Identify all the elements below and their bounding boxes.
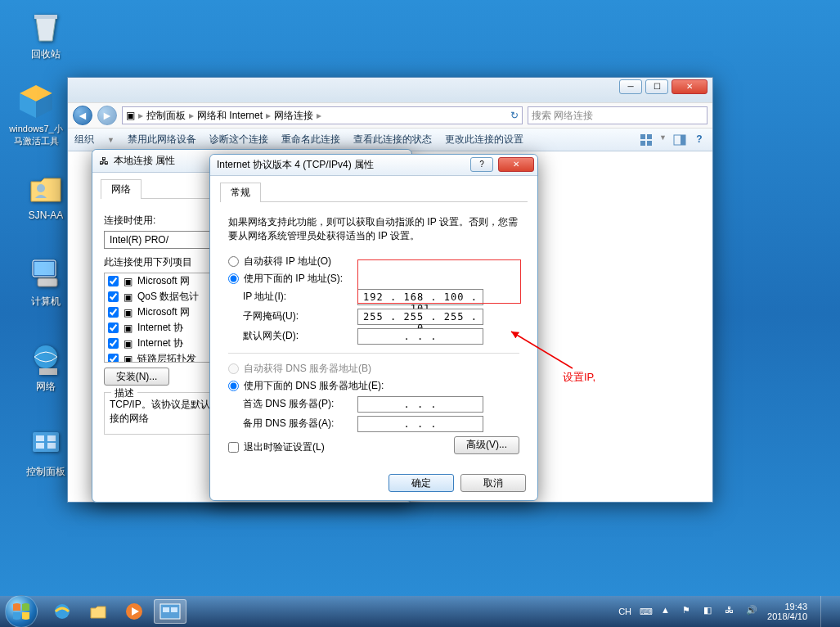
breadcrumb-seg[interactable]: 网络连接 <box>274 109 313 123</box>
manual-ip-radio[interactable] <box>228 273 239 284</box>
svg-rect-15 <box>647 141 652 146</box>
radio-manual-ip[interactable]: 使用下面的 IP 地址(S): <box>228 272 519 286</box>
ipv4-properties-dialog: Internet 协议版本 4 (TCP/IPv4) 属性 ? ✕ 常规 如果网… <box>209 154 538 501</box>
gateway-label: 默认网关(D): <box>243 329 357 343</box>
desktop-icon-label: windows7_小马激活工具 <box>5 123 67 147</box>
explorer-toolbar: 组织▼ 禁用此网络设备 诊断这个连接 重命名此连接 查看此连接的状态 更改此连接… <box>68 129 712 151</box>
annotation-arrow <box>507 327 581 377</box>
advanced-button[interactable]: 高级(V)... <box>454 436 519 454</box>
search-placeholder: 搜索 网络连接 <box>532 109 593 123</box>
dns1-label: 首选 DNS 服务器(P): <box>243 397 357 411</box>
ipv4-tabs: 常规 <box>220 183 528 202</box>
network-tray-icon[interactable]: 🖧 <box>725 605 738 618</box>
action-center-icon[interactable]: ⚑ <box>682 605 695 618</box>
back-button[interactable]: ◄ <box>73 106 92 125</box>
subnet-mask-input[interactable]: 255 . 255 . 255 . 0 <box>357 309 483 325</box>
svg-rect-3 <box>34 262 54 275</box>
ipv4-titlebar[interactable]: Internet 协议版本 4 (TCP/IPv4) 属性 ? ✕ <box>210 155 537 176</box>
help-button[interactable]: ? <box>470 157 493 172</box>
svg-rect-17 <box>681 135 685 145</box>
cancel-button[interactable]: 取消 <box>460 474 526 492</box>
volume-icon[interactable]: 🔊 <box>746 605 759 618</box>
item-checkbox[interactable] <box>108 291 119 302</box>
tab-network[interactable]: 网络 <box>101 179 141 199</box>
svg-rect-9 <box>47 435 56 441</box>
toolbar-rename[interactable]: 重命名此连接 <box>281 133 340 147</box>
radio-auto-dns: 自动获得 DNS 服务器地址(B) <box>228 362 519 376</box>
taskbar-ie[interactable] <box>46 599 79 624</box>
maximize-button[interactable]: ☐ <box>645 79 668 94</box>
props-title-text: 本地连接 属性 <box>114 154 175 168</box>
svg-rect-22 <box>163 607 169 612</box>
radio-auto-ip[interactable]: 自动获得 IP 地址(O) <box>228 255 519 268</box>
item-checkbox[interactable] <box>108 323 119 333</box>
clock-time: 19:43 <box>767 602 807 611</box>
taskbar-network-window[interactable] <box>154 599 186 624</box>
folder-icon <box>26 169 65 208</box>
dns2-label: 备用 DNS 服务器(A): <box>243 417 357 431</box>
dns1-input[interactable]: . . . <box>357 396 483 413</box>
gateway-input[interactable]: . . . <box>357 328 483 345</box>
clock-date: 2018/4/10 <box>767 611 807 621</box>
desktop-icon-label: 回收站 <box>15 47 77 61</box>
taskbar-explorer[interactable] <box>82 599 115 624</box>
tab-general[interactable]: 常规 <box>220 183 261 202</box>
toolbar-change[interactable]: 更改此连接的设置 <box>445 133 523 147</box>
install-button[interactable]: 安装(N)... <box>104 368 169 386</box>
ok-button[interactable]: 确定 <box>389 474 454 492</box>
address-bar[interactable]: ▣ ▸ 控制面板 ▸ 网络和 Internet ▸ 网络连接 ▸ ↻ <box>122 106 523 124</box>
close-button[interactable]: ✕ <box>672 79 707 94</box>
item-checkbox[interactable] <box>108 307 119 318</box>
explorer-titlebar[interactable]: ─ ☐ ✕ <box>68 78 712 102</box>
preview-icon[interactable] <box>673 133 686 147</box>
svg-rect-6 <box>39 368 57 375</box>
taskbar-clock[interactable]: 19:43 2018/4/10 <box>767 602 807 621</box>
adapter-name: Intel(R) PRO/ <box>110 234 168 246</box>
auto-ip-radio[interactable] <box>228 256 239 267</box>
start-button[interactable] <box>5 595 38 627</box>
item-checkbox[interactable] <box>108 338 119 349</box>
ime-indicator[interactable]: CH <box>618 607 631 616</box>
ip-address-input[interactable]: 192 . 168 . 100 . 101 <box>357 289 483 305</box>
help-icon[interactable]: ? <box>693 133 706 147</box>
taskbar-media[interactable] <box>118 599 150 624</box>
explorer-nav: ◄ ► ▣ ▸ 控制面板 ▸ 网络和 Internet ▸ 网络连接 ▸ ↻ 搜… <box>68 102 712 129</box>
desktop-icon-activator[interactable]: windows7_小马激活工具 <box>5 82 67 147</box>
toolbar-status[interactable]: 查看此连接的状态 <box>353 133 432 147</box>
svg-rect-13 <box>647 134 652 139</box>
breadcrumb-seg[interactable]: 网络和 Internet <box>197 109 263 123</box>
validate-checkbox[interactable] <box>228 442 239 453</box>
refresh-icon[interactable]: ↻ <box>510 110 519 121</box>
svg-rect-0 <box>34 15 57 19</box>
svg-rect-4 <box>38 278 57 286</box>
minimize-button[interactable]: ─ <box>619 79 642 94</box>
search-box[interactable]: 搜索 网络连接 <box>528 106 707 124</box>
activator-icon <box>16 82 56 121</box>
ipv4-info-text: 如果网络支持此功能，则可以获取自动指派的 IP 设置。否则，您需要从网络系统管理… <box>228 215 519 243</box>
show-desktop-button[interactable] <box>820 596 830 627</box>
svg-line-18 <box>511 332 573 368</box>
toolbar-organize[interactable]: 组织 <box>74 133 94 147</box>
tray-up-icon[interactable]: ▲ <box>661 605 674 618</box>
svg-rect-14 <box>640 141 645 146</box>
close-button[interactable]: ✕ <box>498 157 534 172</box>
keyboard-icon[interactable]: ⌨ <box>640 607 653 617</box>
item-checkbox[interactable] <box>108 354 119 363</box>
auto-dns-radio <box>228 363 239 374</box>
tray-app-icon[interactable]: ◧ <box>703 605 716 618</box>
manual-dns-radio[interactable] <box>228 381 239 391</box>
breadcrumb-seg[interactable]: 控制面板 <box>146 109 186 123</box>
mask-label: 子网掩码(U): <box>243 309 357 323</box>
toolbar-disable[interactable]: 禁用此网络设备 <box>128 133 196 147</box>
cp-icon: ▣ <box>126 110 135 121</box>
nic-icon: 🖧 <box>99 156 109 167</box>
toolbar-diagnose[interactable]: 诊断这个连接 <box>209 133 268 147</box>
svg-rect-23 <box>171 607 177 612</box>
forward-button[interactable]: ► <box>97 106 117 125</box>
radio-manual-dns[interactable]: 使用下面的 DNS 服务器地址(E): <box>228 379 519 393</box>
desktop-icon-recycle-bin[interactable]: 回收站 <box>15 7 77 61</box>
ipv4-title-text: Internet 协议版本 4 (TCP/IPv4) 属性 <box>217 158 374 172</box>
item-checkbox[interactable] <box>108 276 119 286</box>
view-icon[interactable] <box>640 133 653 147</box>
dns2-input[interactable]: . . . <box>357 416 483 432</box>
